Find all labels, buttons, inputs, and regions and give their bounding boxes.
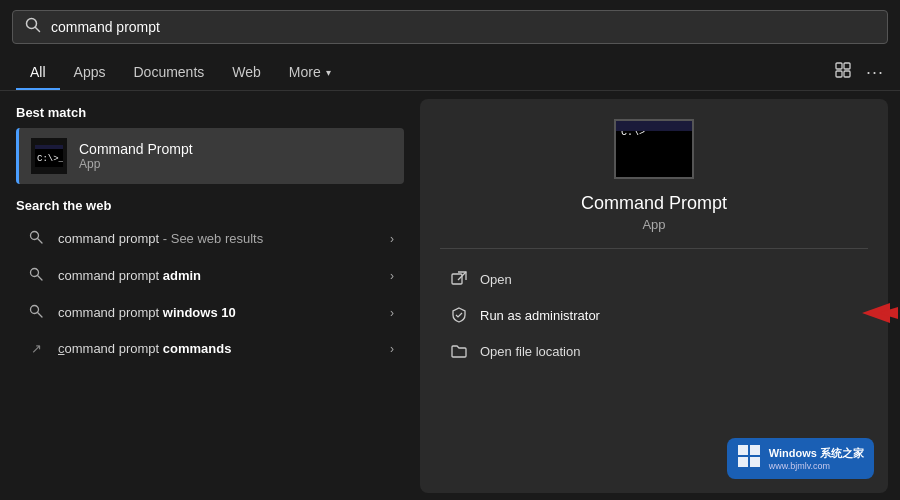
best-match-title: Best match xyxy=(16,105,404,120)
cmd-large-icon xyxy=(614,119,694,179)
svg-rect-19 xyxy=(738,445,748,455)
red-arrow-indicator xyxy=(862,303,898,327)
open-file-location-action[interactable]: Open file location xyxy=(440,333,868,369)
search-icon xyxy=(25,17,41,37)
chevron-down-icon: ▾ xyxy=(326,67,331,78)
web-item-text: command prompt windows 10 xyxy=(58,305,378,320)
tabs-bar: All Apps Documents Web More ▾ ··· xyxy=(0,54,900,91)
ellipsis-icon[interactable]: ··· xyxy=(866,62,884,83)
search-icon xyxy=(26,267,46,284)
search-icon xyxy=(26,304,46,321)
open-icon xyxy=(450,270,468,288)
main-content: Best match C:\>_ Command Prompt App Sear… xyxy=(0,91,900,500)
open-label: Open xyxy=(480,272,512,287)
watermark-url: www.bjmlv.com xyxy=(769,461,864,471)
app-title: Command Prompt xyxy=(581,193,727,214)
search-bar: command prompt xyxy=(12,10,888,44)
arrow-icon: › xyxy=(390,306,394,320)
svg-rect-2 xyxy=(836,63,842,69)
svg-line-12 xyxy=(38,276,42,280)
tab-apps[interactable]: Apps xyxy=(60,54,120,90)
cmd-small-icon: C:\>_ xyxy=(31,138,67,174)
search-web-title: Search the web xyxy=(16,198,404,213)
tabs-right-actions: ··· xyxy=(834,61,884,83)
run-admin-label: Run as administrator xyxy=(480,308,600,323)
arrow-icon: › xyxy=(390,342,394,356)
tab-web[interactable]: Web xyxy=(218,54,275,90)
settings-icon[interactable] xyxy=(834,61,852,83)
svg-point-13 xyxy=(31,306,39,314)
divider xyxy=(440,248,868,249)
arrow-icon: › xyxy=(390,269,394,283)
tab-documents[interactable]: Documents xyxy=(119,54,218,90)
web-item-text: command prompt admin xyxy=(58,268,378,283)
shield-icon xyxy=(450,306,468,324)
trend-icon: ↗ xyxy=(26,341,46,356)
web-item-text: command prompt - See web results xyxy=(58,231,378,246)
svg-point-9 xyxy=(31,232,39,240)
open-action[interactable]: Open xyxy=(440,261,868,297)
svg-rect-22 xyxy=(750,457,760,467)
svg-line-10 xyxy=(38,239,42,243)
web-item-text: command prompt commands xyxy=(58,341,378,356)
open-file-location-label: Open file location xyxy=(480,344,580,359)
right-panel: Command Prompt App Open xyxy=(420,99,888,493)
watermark-title: Windows 系统之家 xyxy=(769,446,864,461)
svg-point-11 xyxy=(31,269,39,277)
list-item[interactable]: command prompt admin › xyxy=(16,258,404,293)
best-match-type: App xyxy=(79,157,193,171)
run-as-admin-action[interactable]: Run as administrator xyxy=(440,297,868,333)
svg-rect-3 xyxy=(844,63,850,69)
best-match-name: Command Prompt xyxy=(79,141,193,157)
list-item[interactable]: command prompt - See web results › xyxy=(16,221,404,256)
search-icon xyxy=(26,230,46,247)
best-match-info: Command Prompt App xyxy=(79,141,193,171)
svg-line-1 xyxy=(36,28,40,32)
search-web-items: command prompt - See web results › comma… xyxy=(16,221,404,365)
list-item[interactable]: command prompt windows 10 › xyxy=(16,295,404,330)
windows-watermark: Windows 系统之家 www.bjmlv.com xyxy=(727,438,874,479)
windows-logo xyxy=(737,444,761,473)
action-list: Open Run as administrator xyxy=(440,261,868,369)
tab-more[interactable]: More ▾ xyxy=(275,54,345,90)
watermark-text: Windows 系统之家 www.bjmlv.com xyxy=(769,446,864,471)
folder-icon xyxy=(450,342,468,360)
svg-rect-5 xyxy=(844,71,850,77)
best-match-item[interactable]: C:\>_ Command Prompt App xyxy=(16,128,404,184)
search-input-display[interactable]: command prompt xyxy=(51,19,875,35)
svg-rect-15 xyxy=(452,274,462,284)
svg-rect-4 xyxy=(836,71,842,77)
svg-rect-21 xyxy=(738,457,748,467)
app-type: App xyxy=(642,217,665,232)
svg-rect-20 xyxy=(750,445,760,455)
list-item[interactable]: ↗ command prompt commands › xyxy=(16,332,404,365)
left-panel: Best match C:\>_ Command Prompt App Sear… xyxy=(0,91,420,500)
svg-line-14 xyxy=(38,313,42,317)
tab-all[interactable]: All xyxy=(16,54,60,90)
svg-rect-7 xyxy=(35,145,63,149)
svg-text:C:\>_: C:\>_ xyxy=(37,154,63,164)
arrow-icon: › xyxy=(390,232,394,246)
